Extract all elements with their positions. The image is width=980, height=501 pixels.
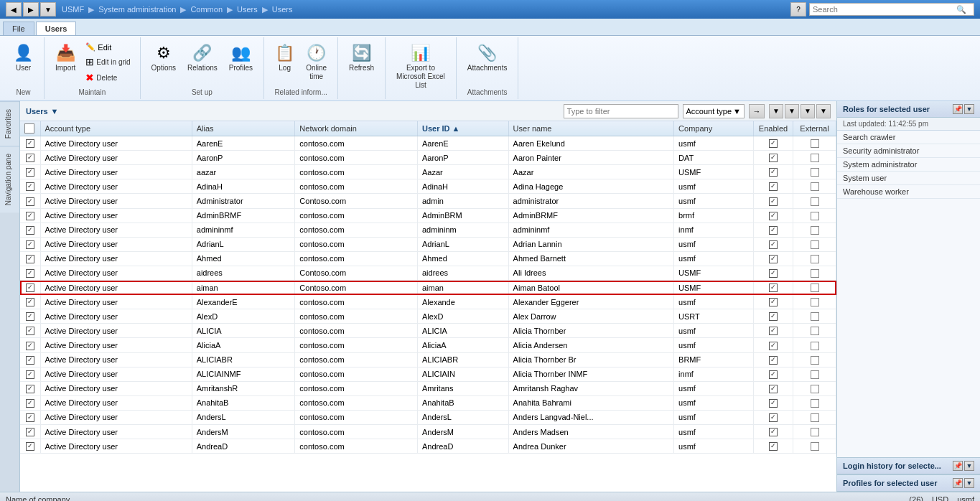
row-checkbox-cell[interactable]: [20, 281, 40, 295]
row-enabled-checkbox[interactable]: [769, 168, 778, 177]
filter-icon-4[interactable]: ▼: [816, 104, 831, 118]
row-external-checkbox[interactable]: [811, 442, 819, 451]
row-external-cell[interactable]: [793, 237, 836, 251]
row-checkbox-cell[interactable]: [20, 151, 40, 165]
checkbox-header[interactable]: [20, 121, 40, 136]
roles-pin-button[interactable]: 📌: [953, 104, 963, 114]
row-checkbox-cell[interactable]: [20, 395, 40, 410]
row-checkbox-cell[interactable]: [20, 309, 40, 324]
row-external-checkbox[interactable]: [811, 370, 819, 379]
row-checkbox[interactable]: [26, 255, 34, 263]
col-user-name[interactable]: User name: [508, 121, 673, 136]
table-row[interactable]: Active Directory user Administrator Cont…: [20, 194, 836, 208]
table-row[interactable]: Active Directory user AdminBRMF contoso.…: [20, 208, 836, 223]
row-enabled-checkbox[interactable]: [769, 342, 778, 350]
row-external-cell[interactable]: [793, 309, 836, 324]
edit-button[interactable]: ✏️ Edit: [82, 40, 134, 54]
row-checkbox-cell[interactable]: [20, 223, 40, 237]
attachments-button[interactable]: 📎 Attachments: [462, 40, 513, 76]
filter-icon-2[interactable]: ▼: [785, 104, 799, 118]
row-checkbox[interactable]: [26, 342, 34, 350]
row-checkbox[interactable]: [26, 298, 34, 306]
row-enabled-checkbox[interactable]: [769, 385, 778, 393]
log-button[interactable]: 📋 Log: [270, 40, 299, 76]
user-button[interactable]: 👤 User: [9, 40, 38, 76]
row-enabled-cell[interactable]: [754, 266, 793, 280]
row-enabled-cell[interactable]: [754, 165, 793, 179]
table-row[interactable]: Active Directory user ALICIA contoso.com…: [20, 324, 836, 338]
row-external-checkbox[interactable]: [811, 255, 819, 263]
type-to-filter-input[interactable]: [564, 104, 678, 118]
row-external-cell[interactable]: [793, 223, 836, 237]
row-external-checkbox[interactable]: [811, 327, 819, 335]
row-external-checkbox[interactable]: [811, 212, 819, 220]
row-external-cell[interactable]: [793, 295, 836, 309]
row-enabled-cell[interactable]: [754, 324, 793, 338]
row-checkbox-cell[interactable]: [20, 324, 40, 338]
row-external-cell[interactable]: [793, 165, 836, 179]
row-enabled-checkbox[interactable]: [769, 356, 778, 365]
row-external-cell[interactable]: [793, 324, 836, 338]
row-enabled-checkbox[interactable]: [769, 269, 778, 278]
row-enabled-cell[interactable]: [754, 281, 793, 295]
navigation-pane-tab[interactable]: Navigation pane: [0, 146, 19, 212]
row-checkbox-cell[interactable]: [20, 266, 40, 280]
row-enabled-checkbox[interactable]: [769, 413, 778, 422]
row-external-checkbox[interactable]: [811, 154, 819, 162]
row-checkbox-cell[interactable]: [20, 194, 40, 208]
row-enabled-cell[interactable]: [754, 223, 793, 237]
row-external-checkbox[interactable]: [811, 284, 819, 292]
row-external-cell[interactable]: [793, 136, 836, 151]
row-enabled-checkbox[interactable]: [769, 255, 778, 263]
row-external-cell[interactable]: [793, 281, 836, 295]
login-history-section[interactable]: Login history for selecte... 📌 ▼: [837, 457, 980, 474]
table-row[interactable]: Active Directory user AndersL contoso.co…: [20, 410, 836, 424]
table-row[interactable]: Active Directory user aidrees Contoso.co…: [20, 266, 836, 280]
row-enabled-checkbox[interactable]: [769, 212, 778, 220]
row-checkbox[interactable]: [26, 212, 34, 220]
table-row[interactable]: Active Directory user admininmf contoso.…: [20, 223, 836, 237]
row-enabled-cell[interactable]: [754, 151, 793, 165]
row-enabled-checkbox[interactable]: [769, 197, 778, 206]
row-checkbox-cell[interactable]: [20, 165, 40, 179]
row-checkbox[interactable]: [26, 197, 34, 206]
relations-button[interactable]: 🔗 Relations: [182, 40, 223, 76]
table-row[interactable]: Active Directory user AdrianL contoso.co…: [20, 237, 836, 251]
row-external-checkbox[interactable]: [811, 413, 819, 422]
row-enabled-cell[interactable]: [754, 424, 793, 439]
row-external-checkbox[interactable]: [811, 428, 819, 436]
online-time-button[interactable]: 🕐 Online time: [301, 40, 332, 85]
row-checkbox-cell[interactable]: [20, 352, 40, 367]
table-row[interactable]: Active Directory user aazar contoso.com …: [20, 165, 836, 179]
refresh-button[interactable]: 🔄 Refresh: [344, 40, 379, 76]
row-checkbox[interactable]: [26, 442, 34, 451]
col-company[interactable]: Company: [674, 121, 754, 136]
row-external-checkbox[interactable]: [811, 197, 819, 206]
row-external-checkbox[interactable]: [811, 312, 819, 321]
row-checkbox[interactable]: [26, 154, 34, 162]
apply-filter-button[interactable]: →: [749, 104, 765, 118]
row-external-checkbox[interactable]: [811, 240, 819, 249]
row-checkbox[interactable]: [26, 327, 34, 335]
table-row[interactable]: Active Directory user aiman Contoso.com …: [20, 281, 836, 295]
row-checkbox-cell[interactable]: [20, 381, 40, 395]
row-checkbox[interactable]: [26, 428, 34, 436]
row-enabled-cell[interactable]: [754, 194, 793, 208]
breadcrumb-usmf[interactable]: USMF: [62, 5, 84, 14]
row-enabled-cell[interactable]: [754, 208, 793, 223]
row-enabled-cell[interactable]: [754, 251, 793, 266]
row-checkbox[interactable]: [26, 284, 34, 292]
row-external-checkbox[interactable]: [811, 226, 819, 235]
row-external-checkbox[interactable]: [811, 399, 819, 408]
row-checkbox[interactable]: [26, 182, 34, 191]
row-checkbox-cell[interactable]: [20, 367, 40, 381]
row-checkbox[interactable]: [26, 312, 34, 321]
row-checkbox-cell[interactable]: [20, 338, 40, 352]
row-enabled-checkbox[interactable]: [769, 182, 778, 191]
row-enabled-cell[interactable]: [754, 237, 793, 251]
row-external-checkbox[interactable]: [811, 139, 819, 148]
row-enabled-checkbox[interactable]: [769, 154, 778, 162]
roles-expand-button[interactable]: ▼: [964, 104, 974, 114]
role-system-user[interactable]: System user: [837, 172, 980, 185]
table-row[interactable]: Active Directory user AlexanderE contoso…: [20, 295, 836, 309]
